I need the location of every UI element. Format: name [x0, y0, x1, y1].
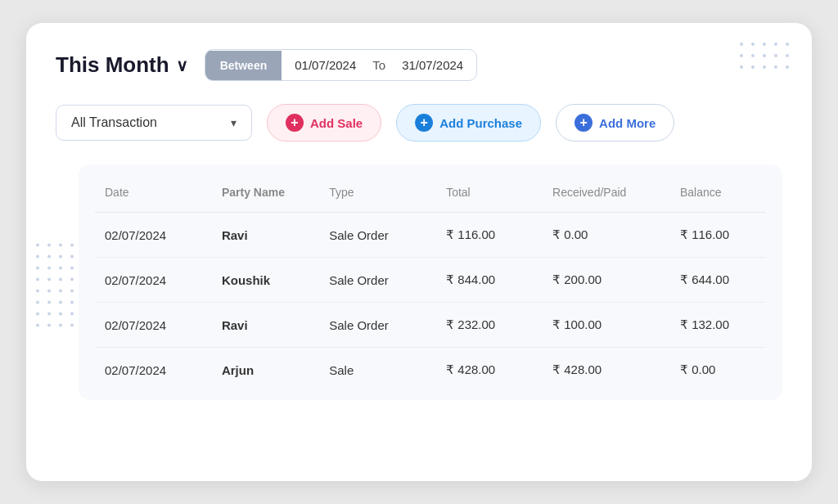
add-purchase-plus-icon: +: [415, 114, 433, 132]
cell-total: ₹ 232.00: [436, 303, 543, 348]
cell-type: Sale: [319, 348, 436, 393]
between-label: Between: [205, 51, 282, 80]
cell-date: 02/07/2024: [95, 213, 212, 258]
cell-total: ₹ 428.00: [436, 348, 543, 393]
cell-received: ₹ 0.00: [543, 213, 670, 258]
add-purchase-button[interactable]: + Add Purchase: [396, 104, 541, 142]
date-from: 01/07/2024: [282, 50, 369, 80]
table-row[interactable]: 02/07/2024 Koushik Sale Order ₹ 844.00 ₹…: [95, 258, 766, 303]
table-row[interactable]: 02/07/2024 Arjun Sale ₹ 428.00 ₹ 428.00 …: [95, 348, 766, 393]
main-card: This Month ∨ Between 01/07/2024 To 31/07…: [26, 23, 812, 481]
dropdown-arrow-icon: ▾: [231, 116, 237, 129]
cell-party: Ravi: [212, 303, 319, 348]
to-label: To: [369, 58, 389, 72]
cell-type: Sale Order: [319, 258, 436, 303]
decorative-dots-top-right: [740, 43, 792, 72]
cell-received: ₹ 428.00: [543, 348, 670, 393]
cell-total: ₹ 844.00: [436, 258, 543, 303]
filter-row: All Transaction ▾ + Add Sale + Add Purch…: [56, 104, 782, 142]
chevron-down-icon: ∨: [176, 56, 188, 75]
cell-type: Sale Order: [319, 213, 436, 258]
table-row[interactable]: 02/07/2024 Ravi Sale Order ₹ 116.00 ₹ 0.…: [95, 213, 766, 258]
cell-balance: ₹ 116.00: [670, 213, 766, 258]
cell-party: Arjun: [212, 348, 319, 393]
transaction-dropdown-label: All Transaction: [71, 115, 157, 130]
cell-date: 02/07/2024: [95, 303, 212, 348]
col-header-received: Received/Paid: [543, 173, 670, 213]
this-month-button[interactable]: This Month ∨: [56, 52, 188, 78]
cell-type: Sale Order: [319, 303, 436, 348]
date-to: 31/07/2024: [389, 50, 476, 80]
cell-party: Koushik: [212, 258, 319, 303]
col-header-type: Type: [319, 173, 436, 213]
col-header-total: Total: [436, 173, 543, 213]
header-row: This Month ∨ Between 01/07/2024 To 31/07…: [56, 49, 782, 81]
add-purchase-label: Add Purchase: [439, 116, 522, 130]
col-header-balance: Balance: [670, 173, 766, 213]
col-header-date: Date: [95, 173, 212, 213]
transactions-table-container: Date Party Name Type Total Received/Paid…: [79, 164, 782, 400]
cell-received: ₹ 100.00: [543, 303, 670, 348]
cell-date: 02/07/2024: [95, 348, 212, 393]
cell-balance: ₹ 644.00: [670, 258, 766, 303]
col-header-party: Party Name: [212, 173, 319, 213]
date-range-box: Between 01/07/2024 To 31/07/2024: [205, 49, 478, 81]
cell-total: ₹ 116.00: [436, 213, 543, 258]
cell-date: 02/07/2024: [95, 258, 212, 303]
add-more-plus-icon: +: [574, 114, 592, 132]
decorative-dots-left: [36, 243, 77, 330]
add-more-button[interactable]: + Add More: [556, 104, 674, 142]
add-sale-label: Add Sale: [310, 116, 363, 130]
table-header-row: Date Party Name Type Total Received/Paid…: [95, 173, 766, 213]
add-sale-plus-icon: +: [286, 114, 304, 132]
transactions-table: Date Party Name Type Total Received/Paid…: [95, 173, 766, 392]
cell-balance: ₹ 132.00: [670, 303, 766, 348]
this-month-label: This Month: [56, 52, 169, 78]
table-row[interactable]: 02/07/2024 Ravi Sale Order ₹ 232.00 ₹ 10…: [95, 303, 766, 348]
add-sale-button[interactable]: + Add Sale: [267, 104, 381, 142]
transaction-dropdown[interactable]: All Transaction ▾: [56, 105, 252, 141]
cell-balance: ₹ 0.00: [670, 348, 766, 393]
cell-party: Ravi: [212, 213, 319, 258]
cell-received: ₹ 200.00: [543, 258, 670, 303]
add-more-label: Add More: [599, 116, 656, 130]
